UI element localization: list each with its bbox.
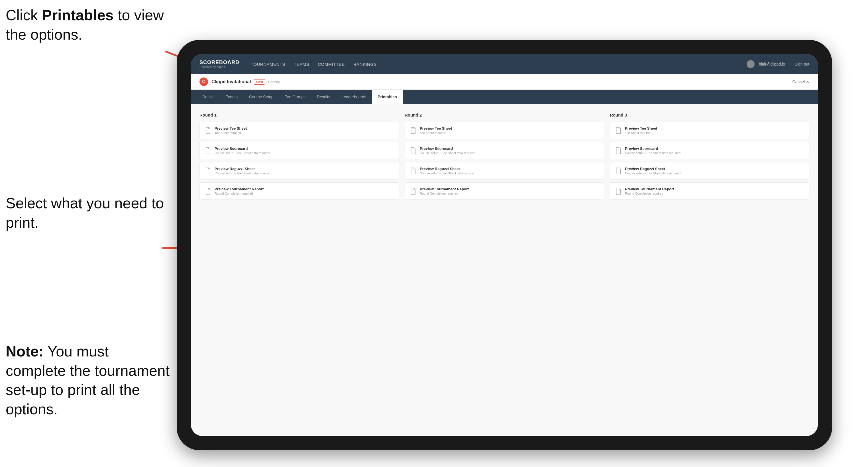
tab-bar: Details Teams Course Setup Tee Groups Re… xyxy=(191,90,818,104)
tournament-logo: C xyxy=(199,77,208,86)
round3-tee-sheet-title: Preview Tee Sheet xyxy=(625,126,657,130)
top-nav: SCOREBOARD Powered by clippd TOURNAMENTS… xyxy=(191,54,818,74)
round-2-column: Round 2 Preview Tee Sheet Tee Sheet requ… xyxy=(405,113,604,203)
logo-sub: Powered by clippd xyxy=(199,65,239,69)
round-2-title: Round 2 xyxy=(405,113,604,117)
document-icon-r2-1 xyxy=(410,127,416,134)
round1-tournament-report[interactable]: Preview Tournament Report Round Completi… xyxy=(199,182,399,200)
round2-tee-sheet-title: Preview Tee Sheet xyxy=(420,126,452,130)
document-icon-r2-4 xyxy=(410,187,416,195)
top-nav-right: blair@clippd.io | Sign out xyxy=(747,60,809,68)
document-icon-r3-1 xyxy=(615,127,621,134)
tab-leaderboards[interactable]: Leaderboards xyxy=(336,90,372,104)
cancel-button[interactable]: Cancel ✕ xyxy=(793,80,809,84)
round2-scorecard[interactable]: Preview Scorecard Course setup + Tee She… xyxy=(405,142,604,159)
round1-raguzzi-subtitle: Course setup + Tee Sheet data required xyxy=(215,172,270,175)
note-bold: Note: xyxy=(6,343,43,360)
user-email: blair@clippd.io xyxy=(759,62,785,66)
rounds-grid: Round 1 Preview Tee Sheet Tee Sheet requ… xyxy=(199,113,809,203)
round1-tee-sheet-subtitle: Tee Sheet required xyxy=(215,131,247,134)
tournament-logo-letter: C xyxy=(202,79,206,84)
round3-tee-sheet-subtitle: Tee Sheet required xyxy=(625,131,657,134)
round3-tournament-report[interactable]: Preview Tournament Report Round Completi… xyxy=(610,182,809,200)
round-3-title: Round 3 xyxy=(610,113,809,117)
round2-scorecard-subtitle: Course setup + Tee Sheet data required xyxy=(420,151,475,155)
round1-tee-sheet-title: Preview Tee Sheet xyxy=(215,126,247,130)
round2-tournament-report-subtitle: Round Completion required xyxy=(420,192,469,195)
document-icon-r3-2 xyxy=(615,147,621,154)
nav-link-teams[interactable]: TEAMS xyxy=(294,60,309,68)
user-avatar xyxy=(747,60,754,68)
annotation-top: Click Printables to view the options. xyxy=(6,6,171,44)
round1-scorecard-title: Preview Scorecard xyxy=(215,147,270,151)
tournament-name: Clippd Invitational xyxy=(212,79,251,84)
nav-link-committee[interactable]: COMMITTEE xyxy=(318,60,345,68)
round2-tee-sheet-subtitle: Tee Sheet required xyxy=(420,131,452,134)
round-1-column: Round 1 Preview Tee Sheet Tee Sheet requ… xyxy=(199,113,399,203)
round1-scorecard[interactable]: Preview Scorecard Course setup + Tee She… xyxy=(199,142,399,159)
round2-raguzzi-subtitle: Course setup + Tee Sheet data required xyxy=(420,172,475,175)
round1-raguzzi[interactable]: Preview Raguzzi Sheet Course setup + Tee… xyxy=(199,162,399,180)
nav-link-tournaments[interactable]: TOURNAMENTS xyxy=(251,60,285,68)
document-icon-r2-2 xyxy=(410,147,416,154)
top-nav-links: TOURNAMENTS TEAMS COMMITTEE RANKINGS xyxy=(251,60,747,68)
document-icon-r2-3 xyxy=(410,167,416,175)
round1-scorecard-subtitle: Course setup + Tee Sheet data required xyxy=(215,151,270,155)
tablet-frame: SCOREBOARD Powered by clippd TOURNAMENTS… xyxy=(177,40,832,450)
annotation-bottom: Note: You must complete the tournament s… xyxy=(6,342,171,419)
annotation-middle: Select what you need to print. xyxy=(6,194,171,232)
round1-tournament-report-title: Preview Tournament Report xyxy=(215,187,264,191)
round3-scorecard[interactable]: Preview Scorecard Course setup + Tee She… xyxy=(610,142,809,159)
round3-raguzzi[interactable]: Preview Raguzzi Sheet Course setup + Tee… xyxy=(610,162,809,180)
round2-raguzzi-title: Preview Raguzzi Sheet xyxy=(420,167,475,171)
nav-link-rankings[interactable]: RANKINGS xyxy=(353,60,377,68)
tab-details[interactable]: Details xyxy=(197,90,220,104)
tab-course-setup[interactable]: Course Setup xyxy=(243,90,279,104)
round3-scorecard-title: Preview Scorecard xyxy=(625,147,681,151)
printables-bold: Printables xyxy=(42,7,114,23)
tablet-screen: SCOREBOARD Powered by clippd TOURNAMENTS… xyxy=(191,54,818,436)
tab-printables[interactable]: Printables xyxy=(372,90,403,104)
round1-raguzzi-title: Preview Raguzzi Sheet xyxy=(215,167,270,171)
round2-scorecard-title: Preview Scorecard xyxy=(420,147,475,151)
round3-scorecard-subtitle: Course setup + Tee Sheet data required xyxy=(625,151,681,155)
document-icon-4 xyxy=(205,187,211,195)
logo-title: SCOREBOARD xyxy=(199,60,239,65)
document-icon-r3-4 xyxy=(615,187,621,195)
document-icon-2 xyxy=(205,147,211,154)
round3-raguzzi-subtitle: Course setup + Tee Sheet data required xyxy=(625,172,681,175)
document-icon-3 xyxy=(205,167,211,175)
round3-raguzzi-title: Preview Raguzzi Sheet xyxy=(625,167,681,171)
round2-raguzzi[interactable]: Preview Raguzzi Sheet Course setup + Tee… xyxy=(405,162,604,180)
round2-tournament-report[interactable]: Preview Tournament Report Round Completi… xyxy=(405,182,604,200)
round3-tournament-report-subtitle: Round Completion required xyxy=(625,192,674,195)
round3-tournament-report-title: Preview Tournament Report xyxy=(625,187,674,191)
hosting-badge: Hosting xyxy=(268,80,280,84)
tab-tee-groups[interactable]: Tee Groups xyxy=(279,90,311,104)
round1-tournament-report-subtitle: Round Completion required xyxy=(215,192,264,195)
content-area: Round 1 Preview Tee Sheet Tee Sheet requ… xyxy=(191,104,818,436)
scoreboard-logo: SCOREBOARD Powered by clippd xyxy=(199,60,239,69)
pipe-separator: | xyxy=(789,62,790,66)
round1-tee-sheet[interactable]: Preview Tee Sheet Tee Sheet required xyxy=(199,122,399,139)
tournament-tag: Men xyxy=(254,79,265,85)
round3-tee-sheet[interactable]: Preview Tee Sheet Tee Sheet required xyxy=(610,122,809,139)
sign-out-link[interactable]: Sign out xyxy=(795,62,809,66)
round2-tournament-report-title: Preview Tournament Report xyxy=(420,187,469,191)
sub-header: C Clippd Invitational Men Hosting Cancel… xyxy=(191,74,818,90)
round-1-title: Round 1 xyxy=(199,113,399,117)
tab-teams[interactable]: Teams xyxy=(220,90,243,104)
document-icon xyxy=(205,127,211,134)
round2-tee-sheet[interactable]: Preview Tee Sheet Tee Sheet required xyxy=(405,122,604,139)
round-3-column: Round 3 Preview Tee Sheet Tee Sheet requ… xyxy=(610,113,809,203)
tab-results[interactable]: Results xyxy=(311,90,336,104)
document-icon-r3-3 xyxy=(615,167,621,175)
